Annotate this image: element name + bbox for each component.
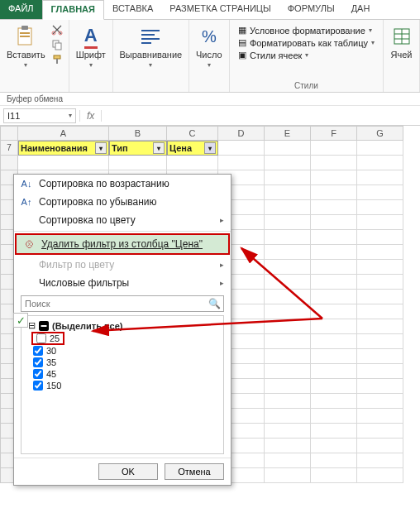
cell[interactable] <box>357 304 403 319</box>
cell[interactable] <box>357 170 403 185</box>
filter-value-checkbox[interactable] <box>33 357 43 367</box>
cell[interactable] <box>311 141 357 156</box>
header-cell-price[interactable]: Цена ▾ <box>167 141 218 156</box>
cell[interactable] <box>311 319 357 334</box>
filter-value-item[interactable]: 150 <box>25 380 220 391</box>
cell[interactable] <box>265 349 311 364</box>
row-header[interactable] <box>0 156 18 170</box>
number-filters-item[interactable]: Числовые фильтры ▸ <box>14 274 231 292</box>
cell[interactable] <box>265 439 311 453</box>
filter-value-item[interactable]: 25 <box>31 332 64 345</box>
cell[interactable] <box>357 319 403 334</box>
cell[interactable] <box>265 245 311 260</box>
font-button[interactable]: A Шрифт ▾ <box>74 23 107 70</box>
cell[interactable] <box>357 364 403 379</box>
cell[interactable] <box>311 468 357 483</box>
cell[interactable] <box>311 304 357 319</box>
cell[interactable] <box>167 156 218 170</box>
cell[interactable] <box>265 170 311 185</box>
cell[interactable] <box>357 349 403 364</box>
formula-input[interactable] <box>102 109 420 122</box>
col-header-G[interactable]: G <box>357 126 403 141</box>
select-all-checkbox[interactable] <box>39 321 49 331</box>
col-header-A[interactable]: A <box>18 126 109 141</box>
cell-styles-button[interactable]: ▣Стили ячеек ▾ <box>238 50 375 60</box>
cell[interactable] <box>357 394 403 409</box>
cell[interactable] <box>218 141 265 156</box>
filter-value-checkbox[interactable] <box>33 381 43 391</box>
col-header-E[interactable]: E <box>265 126 311 141</box>
cell[interactable] <box>357 468 403 483</box>
ok-button[interactable]: OK <box>98 463 158 480</box>
filter-button-name[interactable]: ▾ <box>95 142 107 154</box>
filter-value-checkbox[interactable] <box>33 346 43 356</box>
filter-value-item[interactable]: 45 <box>25 368 220 380</box>
cell[interactable] <box>311 156 357 170</box>
cell[interactable] <box>311 230 357 245</box>
cell[interactable] <box>357 260 403 275</box>
cell[interactable] <box>357 439 403 453</box>
filter-value-item[interactable]: 30 <box>25 345 220 357</box>
cell[interactable] <box>265 379 311 394</box>
cell[interactable] <box>311 170 357 185</box>
cell[interactable] <box>265 334 311 349</box>
cell[interactable] <box>311 185 357 200</box>
cell[interactable] <box>357 379 403 394</box>
sort-color-item[interactable]: Сортировка по цвету ▸ <box>14 211 231 229</box>
cell[interactable] <box>311 364 357 379</box>
cell[interactable] <box>357 215 403 230</box>
cell[interactable] <box>311 275 357 290</box>
number-button[interactable]: % Число ▾ <box>194 23 224 70</box>
cell[interactable] <box>311 215 357 230</box>
tab-insert[interactable]: ВСТАВКА <box>104 0 161 19</box>
filter-button-type[interactable]: ▾ <box>153 142 165 154</box>
filter-value-checkbox[interactable] <box>33 369 43 379</box>
select-all-item[interactable]: ⊟ (Выделить все) <box>25 319 220 332</box>
header-cell-name[interactable]: Наименования ▾ <box>18 141 109 156</box>
cell[interactable] <box>265 290 311 304</box>
cell[interactable] <box>265 185 311 200</box>
cell[interactable] <box>265 141 311 156</box>
name-box[interactable]: I11▾ <box>3 108 76 123</box>
cell[interactable] <box>265 394 311 409</box>
cell[interactable] <box>357 230 403 245</box>
paste-button[interactable]: Вставить ▾ <box>5 23 47 70</box>
cell[interactable] <box>357 245 403 260</box>
cell[interactable] <box>265 260 311 275</box>
cell[interactable] <box>265 275 311 290</box>
cells-button[interactable]: Ячей <box>389 23 415 61</box>
cell[interactable] <box>265 200 311 215</box>
cell[interactable] <box>265 230 311 245</box>
cell[interactable] <box>357 275 403 290</box>
conditional-formatting-button[interactable]: ▦Условное форматирование ▾ <box>238 25 375 36</box>
row-header-7[interactable]: 7 <box>0 141 18 156</box>
cell[interactable] <box>311 379 357 394</box>
filter-value-checkbox[interactable] <box>36 333 46 343</box>
tab-formulas[interactable]: ФОРМУЛЫ <box>279 0 343 19</box>
tab-file[interactable]: ФАЙЛ <box>0 0 42 19</box>
cut-button[interactable] <box>50 23 64 36</box>
cell[interactable] <box>357 334 403 349</box>
cell[interactable] <box>357 453 403 468</box>
cell[interactable] <box>265 156 311 170</box>
cell[interactable] <box>265 453 311 468</box>
cell[interactable] <box>311 394 357 409</box>
cell[interactable] <box>311 200 357 215</box>
cell[interactable] <box>311 260 357 275</box>
cell[interactable] <box>311 349 357 364</box>
cell[interactable] <box>18 156 109 170</box>
select-all-corner[interactable] <box>0 126 18 141</box>
cell[interactable] <box>265 364 311 379</box>
cell[interactable] <box>109 156 167 170</box>
align-button[interactable]: Выравнивание ▾ <box>117 23 184 70</box>
tab-home[interactable]: ГЛАВНАЯ <box>42 0 104 20</box>
fx-icon[interactable]: fx <box>79 110 102 122</box>
col-header-C[interactable]: C <box>167 126 218 141</box>
sort-asc-item[interactable]: A↓ Сортировка по возрастанию <box>14 175 231 193</box>
cell[interactable] <box>265 424 311 439</box>
col-header-D[interactable]: D <box>218 126 265 141</box>
format-painter-button[interactable] <box>50 53 64 66</box>
cell[interactable] <box>311 290 357 304</box>
cell[interactable] <box>357 200 403 215</box>
cell[interactable] <box>265 319 311 334</box>
